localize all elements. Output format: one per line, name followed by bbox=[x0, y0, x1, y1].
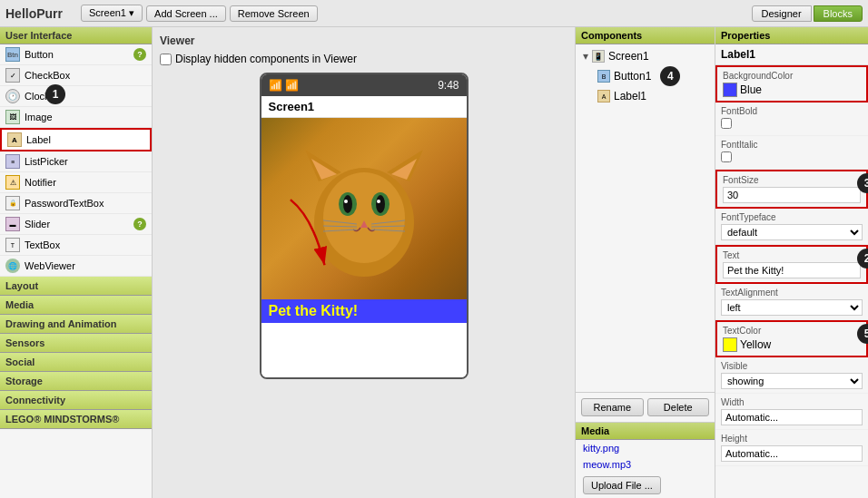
delete-button[interactable]: Delete bbox=[647, 398, 710, 416]
palette-storage-section[interactable]: Storage bbox=[0, 372, 152, 391]
palette-drawing-section[interactable]: Drawing and Animation bbox=[0, 315, 152, 334]
palette-item-slider[interactable]: ▬ Slider ? bbox=[0, 214, 152, 235]
fonttypeface-select[interactable]: default serif sans serif monospace bbox=[721, 224, 863, 240]
svg-point-11 bbox=[377, 200, 380, 203]
fontitalic-checkbox[interactable] bbox=[721, 151, 732, 162]
text-input[interactable] bbox=[723, 262, 861, 278]
textcolor-value-row: Yellow bbox=[723, 337, 861, 352]
palette-sensors-section[interactable]: Sensors bbox=[0, 334, 152, 353]
app-title: HelloPurr bbox=[5, 6, 63, 21]
palette-panel: User Interface Btn Button ? ✓ CheckBox 🕐… bbox=[0, 27, 153, 498]
prop-backgroundcolor: BackgroundColor Blue bbox=[715, 65, 868, 103]
cat-image bbox=[261, 118, 467, 299]
phone-signal-icons: 📶 📶 bbox=[269, 79, 299, 92]
phone-content: Pet the Kitty! bbox=[261, 118, 467, 377]
palette-social-section[interactable]: Social bbox=[0, 353, 152, 372]
palette-item-textbox[interactable]: T TextBox bbox=[0, 235, 152, 256]
palette-media-section[interactable]: Media bbox=[0, 296, 152, 315]
fontbold-checkbox[interactable] bbox=[721, 118, 732, 129]
palette-label-label: Label bbox=[26, 134, 144, 145]
backgroundcolor-swatch[interactable] bbox=[723, 83, 737, 97]
backgroundcolor-label: BackgroundColor bbox=[723, 71, 861, 81]
palette-notifier-label: Notifier bbox=[25, 177, 146, 188]
rename-button[interactable]: Rename bbox=[581, 398, 644, 416]
component-screen1[interactable]: ▾ 📱 Screen1 bbox=[579, 48, 711, 64]
phone-frame: 📶 📶 9:48 Screen1 bbox=[260, 73, 469, 379]
media-title: Media bbox=[576, 423, 715, 440]
prop-width: Width bbox=[715, 394, 868, 430]
prop-fonttypeface: FontTypeface default serif sans serif mo… bbox=[715, 209, 868, 245]
display-hidden-label: Display hidden components in Viewer bbox=[175, 53, 357, 65]
viewer-inner: 📶 📶 9:48 Screen1 bbox=[160, 73, 567, 379]
palette-button-label: Button bbox=[25, 49, 133, 60]
palette-item-checkbox[interactable]: ✓ CheckBox bbox=[0, 65, 152, 86]
property-component-name: Label1 bbox=[715, 44, 868, 65]
fontitalic-label: FontItalic bbox=[721, 140, 863, 150]
palette-item-label[interactable]: A Label bbox=[0, 128, 152, 151]
label1-icon: A bbox=[597, 90, 610, 103]
label-icon: A bbox=[7, 132, 22, 147]
textbox-icon: T bbox=[5, 238, 20, 252]
palette-item-notifier[interactable]: ⚠ Notifier bbox=[0, 172, 152, 193]
palette-item-listpicker[interactable]: ≡ ListPicker bbox=[0, 151, 152, 172]
components-tree: ▾ 📱 Screen1 B Button1 4 A Label1 bbox=[576, 44, 715, 392]
palette-item-passwordtextbox[interactable]: 🔒 PasswordTextBox bbox=[0, 193, 152, 214]
prop-height: Height bbox=[715, 430, 868, 466]
media-section: Media kitty.png meow.mp3 Upload File ... bbox=[576, 422, 715, 498]
checkbox-icon: ✓ bbox=[5, 68, 20, 83]
prop-visible: Visible showing hidden bbox=[715, 357, 868, 394]
designer-button[interactable]: Designer bbox=[752, 5, 812, 22]
add-screen-button[interactable]: Add Screen ... bbox=[146, 5, 226, 22]
upload-button[interactable]: Upload File ... bbox=[583, 476, 661, 494]
textalignment-select[interactable]: left center right bbox=[721, 299, 863, 316]
badge-1: 1 bbox=[45, 84, 65, 104]
properties-title: Properties bbox=[715, 27, 868, 44]
screen-dropdown[interactable]: Screen1 ▾ bbox=[81, 5, 143, 22]
palette-listpicker-label: ListPicker bbox=[25, 156, 146, 167]
main-area: User Interface Btn Button ? ✓ CheckBox 🕐… bbox=[0, 27, 868, 498]
button-help-icon[interactable]: ? bbox=[133, 48, 146, 61]
label1-label: Label1 bbox=[614, 90, 646, 103]
visible-label: Visible bbox=[721, 361, 863, 371]
button-icon: Btn bbox=[5, 47, 20, 62]
textcolor-swatch[interactable] bbox=[723, 337, 737, 352]
palette-item-button[interactable]: Btn Button ? bbox=[0, 44, 152, 65]
palette-lego-section[interactable]: LEGO® MINDSTORMS® bbox=[0, 410, 152, 429]
backgroundcolor-value-row: Blue bbox=[723, 83, 861, 97]
prop-textalignment: TextAlignment left center right bbox=[715, 284, 868, 320]
width-input[interactable] bbox=[721, 409, 863, 425]
height-input[interactable] bbox=[721, 445, 863, 462]
remove-screen-button[interactable]: Remove Screen bbox=[230, 5, 318, 22]
height-label: Height bbox=[721, 434, 863, 444]
slider-help-icon[interactable]: ? bbox=[133, 218, 146, 230]
palette-item-webviewer[interactable]: 🌐 WebViewer bbox=[0, 256, 152, 277]
prop-fontsize: 3 FontSize bbox=[715, 170, 868, 209]
palette-ui-section-title: User Interface bbox=[0, 27, 152, 44]
palette-layout-section[interactable]: Layout bbox=[0, 277, 152, 296]
component-button1[interactable]: B Button1 4 bbox=[594, 64, 711, 88]
clock-icon: 🕐 bbox=[5, 89, 20, 103]
palette-connectivity-section[interactable]: Connectivity bbox=[0, 391, 152, 410]
palette-item-clock[interactable]: 🕐 Clock 1 bbox=[0, 86, 152, 107]
media-file1[interactable]: kitty.png bbox=[576, 440, 715, 456]
blocks-button[interactable]: Blocks bbox=[814, 5, 863, 22]
badge-4: 4 bbox=[660, 66, 680, 86]
svg-point-8 bbox=[343, 195, 352, 213]
fontsize-input[interactable] bbox=[723, 187, 861, 203]
properties-panel: Properties Label1 BackgroundColor Blue F… bbox=[715, 27, 868, 498]
prop-textcolor: 5 TextColor Yellow bbox=[715, 320, 868, 357]
button1-label: Button1 bbox=[614, 70, 651, 83]
cat-svg bbox=[291, 122, 437, 295]
visible-select[interactable]: showing hidden bbox=[721, 373, 863, 389]
phone-time: 9:48 bbox=[438, 79, 459, 92]
phone-label: Pet the Kitty! bbox=[261, 299, 467, 323]
backgroundcolor-value: Blue bbox=[740, 83, 762, 96]
text-label: Text bbox=[723, 250, 861, 260]
media-file2[interactable]: meow.mp3 bbox=[576, 456, 715, 473]
prop-fontbold: FontBold bbox=[715, 103, 868, 136]
component-label1[interactable]: A Label1 bbox=[594, 88, 711, 104]
display-hidden-checkbox[interactable] bbox=[160, 54, 172, 65]
palette-item-image[interactable]: 🖼 Image bbox=[0, 107, 152, 128]
viewer-options: Display hidden components in Viewer bbox=[160, 53, 567, 65]
fontbold-label: FontBold bbox=[721, 106, 863, 116]
